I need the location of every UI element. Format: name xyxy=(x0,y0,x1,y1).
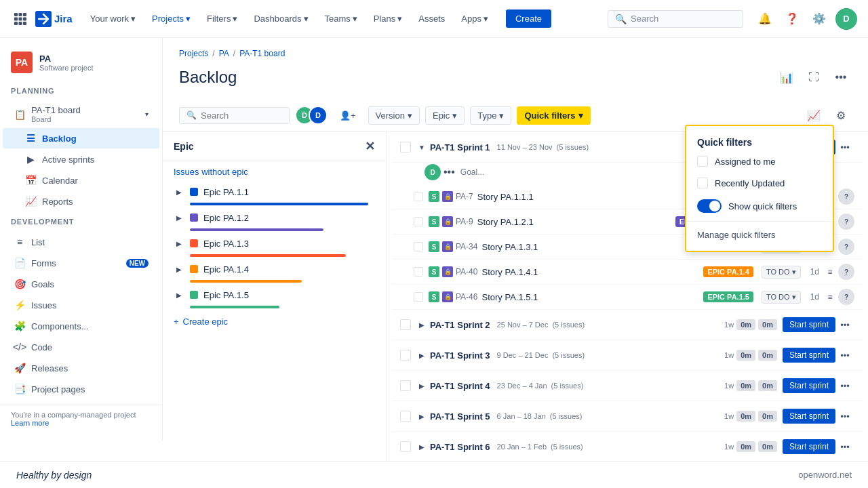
toolbar-search-input[interactable] xyxy=(201,110,282,121)
sidebar-item-releases[interactable]: 🚀 Releases xyxy=(3,358,159,378)
toolbar-search[interactable]: 🔍 xyxy=(179,107,290,124)
sprint-header-row[interactable]: ▶ PA-T1 Sprint 6 20 Jan – 1 Feb (5 issue… xyxy=(392,432,863,462)
help-icon[interactable]: ❓ xyxy=(781,8,803,30)
epic-item[interactable]: ▶ Epic PA.1.2 xyxy=(163,208,386,231)
sprint-header-row[interactable]: ▶ PA-T1 Sprint 3 9 Dec – 21 Dec (5 issue… xyxy=(392,340,863,371)
sprint-menu-icon[interactable]: ••• xyxy=(835,437,854,456)
issue-checkbox[interactable] xyxy=(414,192,423,201)
sprint-checkbox[interactable] xyxy=(400,441,411,452)
epic-badge[interactable]: EPIC PA.1.5 xyxy=(703,291,753,302)
sidebar-item-code[interactable]: </> Code xyxy=(3,337,159,357)
sidebar-item-reports[interactable]: 📈 Reports xyxy=(3,191,159,211)
sprint-header-row[interactable]: ▶ PA-T1 Sprint 5 6 Jan – 18 Jan (5 issue… xyxy=(392,401,863,432)
issue-checkbox[interactable] xyxy=(414,292,423,302)
manage-quick-filters-item[interactable]: Manage quick filters xyxy=(686,224,833,245)
toolbar-avatar-blue[interactable]: D xyxy=(309,106,328,125)
sprint-header-row[interactable]: ▶ PA-T1 Sprint 4 23 Dec – 4 Jan (5 issue… xyxy=(392,371,863,401)
epic-item[interactable]: ▶ Epic PA.1.4 xyxy=(163,260,386,283)
breadcrumb-projects[interactable]: Projects xyxy=(179,49,208,58)
sprint-expand-icon[interactable]: ▶ xyxy=(416,441,427,452)
assigned-to-me-checkbox[interactable] xyxy=(697,156,708,167)
sidebar-item-components[interactable]: 🧩 Components... xyxy=(3,316,159,336)
plans-menu[interactable]: Plans xyxy=(367,9,410,28)
filters-menu[interactable]: Filters xyxy=(200,9,244,28)
show-quick-filters-toggle[interactable] xyxy=(697,199,722,213)
type-filter[interactable]: Type xyxy=(470,106,511,125)
sprint-expand-icon[interactable]: ▼ xyxy=(416,142,427,152)
start-sprint-button[interactable]: Start sprint xyxy=(783,409,835,424)
breadcrumb-pa[interactable]: PA xyxy=(219,49,229,58)
start-sprint-button[interactable]: Start sprint xyxy=(783,348,835,363)
sidebar-item-project-pages[interactable]: 📑 Project pages xyxy=(3,379,159,399)
sidebar-item-backlog[interactable]: ☰ Backlog xyxy=(3,128,159,148)
epic-item[interactable]: ▶ Epic PA.1.5 xyxy=(163,285,386,308)
issue-assignee-avatar[interactable]: ? xyxy=(838,289,854,305)
sprint-expand-icon[interactable]: ▶ xyxy=(416,411,427,422)
jira-logo[interactable]: Jira xyxy=(35,11,73,27)
assets-menu[interactable]: Assets xyxy=(412,9,452,28)
start-sprint-button[interactable]: Start sprint xyxy=(783,317,835,332)
dashboards-menu[interactable]: Dashboards xyxy=(247,9,315,28)
chart-icon[interactable]: 📊 xyxy=(776,66,797,88)
epic-panel-close-icon[interactable]: ✕ xyxy=(365,140,375,152)
create-epic-button[interactable]: + Create epic xyxy=(163,311,386,332)
sprint-checkbox[interactable] xyxy=(400,142,411,152)
sprint-menu-icon[interactable]: ••• xyxy=(835,346,854,365)
issue-assignee-avatar[interactable]: ? xyxy=(838,264,854,280)
grid-menu-icon[interactable] xyxy=(11,9,30,28)
issue-status[interactable]: TO DO ▾ xyxy=(762,266,801,279)
sprint-header-row[interactable]: ▶ PA-T1 Sprint 2 25 Nov – 7 Dec (5 issue… xyxy=(392,310,863,340)
issue-status[interactable]: TO DO ▾ xyxy=(762,291,801,304)
recently-updated-checkbox[interactable] xyxy=(697,178,708,188)
expand-icon[interactable]: ⛶ xyxy=(803,66,825,88)
issues-without-epic[interactable]: Issues without epic xyxy=(163,161,386,182)
sprint-expand-icon[interactable]: ▶ xyxy=(416,380,427,391)
toolbar-add-team-icon[interactable]: 👤+ xyxy=(333,107,363,124)
sprint-menu-dots[interactable]: ••• xyxy=(443,166,455,178)
epic-item[interactable]: ▶ Epic PA.1.1 xyxy=(163,182,386,205)
apps-menu[interactable]: Apps xyxy=(454,9,495,28)
sidebar-item-forms[interactable]: 📄 Forms NEW xyxy=(3,253,159,273)
sidebar-item-issues[interactable]: ⚡ Issues xyxy=(3,295,159,315)
sprint-menu-icon[interactable]: ••• xyxy=(835,407,854,426)
settings-view-icon[interactable]: ⚙ xyxy=(830,104,852,126)
sidebar-item-goals[interactable]: 🎯 Goals xyxy=(3,274,159,294)
issue-checkbox[interactable] xyxy=(414,267,423,277)
sprint-menu-icon[interactable]: ••• xyxy=(835,138,854,157)
show-quick-filters-item[interactable]: Show quick filters xyxy=(686,194,833,218)
sidebar-item-calendar[interactable]: 📅 Calendar xyxy=(3,170,159,190)
issue-assignee-avatar[interactable]: ? xyxy=(838,239,854,255)
projects-menu[interactable]: Projects xyxy=(145,9,197,28)
create-button[interactable]: Create xyxy=(506,9,551,28)
breadcrumb-board[interactable]: PA-T1 board xyxy=(239,49,285,58)
learn-more-link[interactable]: Learn more xyxy=(11,419,49,427)
issue-assignee-avatar[interactable]: ? xyxy=(838,214,854,230)
sprint-checkbox[interactable] xyxy=(400,380,411,391)
version-filter[interactable]: Version xyxy=(368,106,420,125)
sprint-menu-icon[interactable]: ••• xyxy=(835,376,854,395)
recently-updated-item[interactable]: Recently Updated xyxy=(686,172,833,194)
epic-badge[interactable]: EPIC PA.1.4 xyxy=(703,266,753,277)
epic-filter[interactable]: Epic xyxy=(425,106,465,125)
settings-icon[interactable]: ⚙️ xyxy=(808,8,830,30)
sprint-expand-icon[interactable]: ▶ xyxy=(416,350,427,361)
sprint-checkbox[interactable] xyxy=(400,411,411,422)
teams-menu[interactable]: Teams xyxy=(318,9,364,28)
sidebar-item-board[interactable]: 📋 PA-T1 board Board xyxy=(3,101,159,127)
issue-row[interactable]: S 🔒 PA-40 Story PA.1.4.1 EPIC PA.1.4 TO … xyxy=(392,260,863,285)
sidebar-item-list[interactable]: ≡ List xyxy=(3,232,159,252)
sprint-expand-icon[interactable]: ▶ xyxy=(416,319,427,330)
insights-icon[interactable]: 📈 xyxy=(803,104,825,126)
your-work-menu[interactable]: Your work xyxy=(83,9,142,28)
start-sprint-button[interactable]: Start sprint xyxy=(783,439,835,454)
start-sprint-button[interactable]: Start sprint xyxy=(783,378,835,393)
more-options-icon[interactable]: ••• xyxy=(830,66,852,88)
notifications-icon[interactable]: 🔔 xyxy=(754,8,776,30)
issue-checkbox[interactable] xyxy=(414,242,423,251)
issue-row[interactable]: S 🔒 PA-46 Story PA.1.5.1 EPIC PA.1.5 TO … xyxy=(392,285,863,310)
search-bar[interactable]: 🔍 Search xyxy=(608,10,743,28)
user-avatar[interactable]: D xyxy=(835,8,857,30)
sidebar-item-active-sprints[interactable]: ▶ Active sprints xyxy=(3,149,159,169)
issue-checkbox[interactable] xyxy=(414,217,423,226)
sprint-checkbox[interactable] xyxy=(400,350,411,361)
